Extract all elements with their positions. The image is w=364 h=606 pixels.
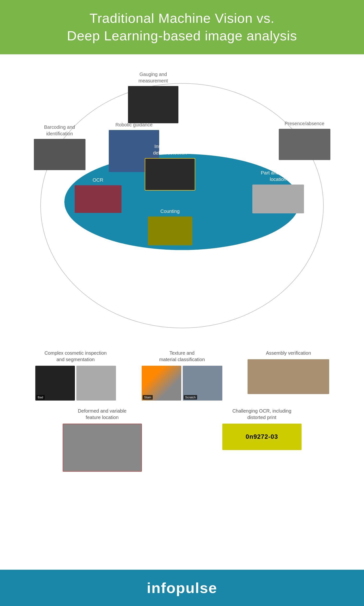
deformed-image <box>63 424 142 472</box>
challenging-ocr-item: Challenging OCR, includingdistorted prin… <box>186 408 338 472</box>
deformed-images <box>63 424 142 472</box>
counting-item: Counting <box>146 208 194 245</box>
header: Traditional Machine Vision vs. Deep Lear… <box>0 0 364 54</box>
inspection-label: Inspection anddefect detection <box>153 143 187 156</box>
part-location-image <box>252 185 304 213</box>
assembly-label: Assembly verification <box>266 350 311 356</box>
brand-name: infopulse <box>10 579 354 596</box>
texture-item: Texture andmaterial classification Stain… <box>132 350 232 401</box>
ocr-barcode-image: 0n9272-03 <box>222 424 301 450</box>
footer: infopulse <box>0 570 364 606</box>
texture-label: Texture andmaterial classification <box>159 350 205 363</box>
barcode-item: Barcoding andidentification <box>33 124 86 170</box>
counting-image <box>148 216 192 245</box>
challenging-ocr-label: Challenging OCR, includingdistorted prin… <box>233 408 291 421</box>
diagram: Gauging andmeasurement Barcoding andiden… <box>26 69 338 345</box>
presence-item: Presence/absence <box>278 120 331 160</box>
cosmetic-inspection-item: Complex cosmetic inspectionand segmentat… <box>26 350 125 401</box>
stain-badge: Stain <box>143 395 153 400</box>
bottom-section: Complex cosmetic inspectionand segmentat… <box>26 350 338 401</box>
inspection-image <box>145 158 195 190</box>
assembly-item: Assembly verification <box>239 350 338 401</box>
bad-badge: Bad <box>36 395 45 400</box>
presence-image <box>279 129 330 160</box>
barcode-label: Barcoding andidentification <box>44 124 75 137</box>
ocr-label: OCR <box>93 177 103 183</box>
cosmetic-good-image <box>76 366 116 401</box>
assembly-images <box>247 359 329 394</box>
robotic-label: Robotic guidance <box>116 121 153 128</box>
ocr-image <box>75 185 121 213</box>
deformed-item: Deformed and variablefeature location <box>26 408 178 472</box>
part-location-label: Part and featurelocation <box>261 170 295 183</box>
stain-image: Stain <box>142 366 181 401</box>
assembly-image <box>247 359 329 394</box>
part-location-item: Part and featurelocation <box>252 170 304 213</box>
cosmetic-bad-image: Bad <box>35 366 75 401</box>
ocr-item: OCR <box>74 177 122 213</box>
barcode-image <box>34 139 85 170</box>
main-content: Gauging andmeasurement Barcoding andiden… <box>0 54 364 570</box>
challenging-ocr-images: 0n9272-03 <box>222 424 301 450</box>
inspection-item: Inspection anddefect detection <box>143 143 196 190</box>
gauging-image <box>128 86 178 123</box>
texture-images: Stain Scratch <box>142 366 222 401</box>
deformed-label: Deformed and variablefeature location <box>78 408 126 421</box>
scratch-image: Scratch <box>183 366 222 401</box>
cosmetic-images: Bad <box>35 366 116 401</box>
scratch-badge: Scratch <box>184 395 197 400</box>
cosmetic-label: Complex cosmetic inspectionand segmentat… <box>44 350 107 363</box>
counting-label: Counting <box>160 208 180 215</box>
presence-label: Presence/absence <box>285 120 324 127</box>
bottom-row2: Deformed and variablefeature location Ch… <box>26 408 338 472</box>
gauging-item: Gauging andmeasurement <box>127 71 180 123</box>
header-title: Traditional Machine Vision vs. Deep Lear… <box>14 10 350 45</box>
gauging-label: Gauging andmeasurement <box>139 71 168 84</box>
